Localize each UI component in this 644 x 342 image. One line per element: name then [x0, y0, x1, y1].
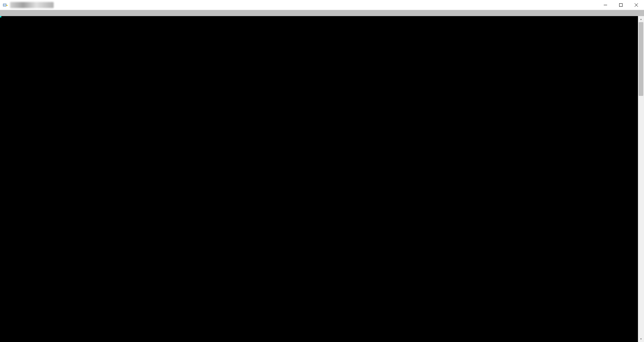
svg-rect-1 [3, 4, 6, 6]
maximize-button[interactable] [613, 0, 629, 10]
scroll-up-arrow[interactable]: ▴ [638, 16, 644, 22]
scroll-down-arrow[interactable]: ▾ [638, 336, 644, 342]
nano-shortcut-bar [0, 329, 638, 342]
scrollbar[interactable]: ▴ ▾ [638, 16, 644, 342]
hostname-redacted [10, 2, 54, 8]
nano-statusbar [0, 10, 644, 16]
editor-viewport[interactable] [0, 16, 638, 329]
nano-filename [1, 10, 643, 16]
svg-rect-4 [620, 3, 623, 6]
window-titlebar [0, 0, 644, 10]
scroll-thumb[interactable] [639, 22, 643, 96]
svg-rect-2 [6, 5, 8, 6]
terminal-area[interactable]: ▴ ▾ [0, 10, 644, 342]
close-button[interactable] [629, 0, 644, 10]
putty-icon [3, 2, 8, 8]
minimize-button[interactable] [598, 0, 613, 10]
